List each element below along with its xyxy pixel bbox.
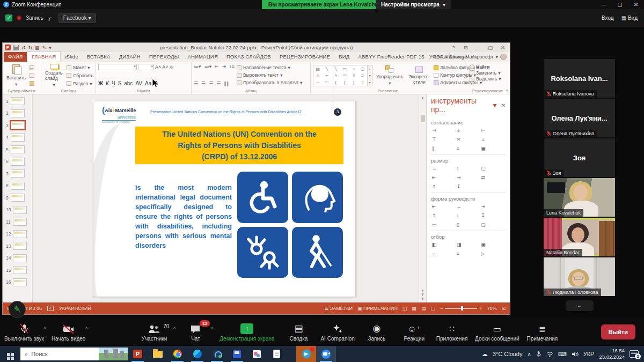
- align-right-button[interactable]: ☰: [209, 81, 213, 86]
- tab-slideshow[interactable]: ПОКАЗ СЛАЙДОВ: [222, 52, 275, 62]
- normal-view-button[interactable]: ◫: [402, 306, 407, 311]
- copy-button[interactable]: [30, 73, 34, 78]
- size-tools[interactable]: ↔↕▢⇤⇥⇄↥↧: [431, 166, 506, 189]
- whiteboards-button[interactable]: ▭ Доски сообщений: [474, 322, 520, 342]
- slide-thumb-8[interactable]: 8: [6, 182, 30, 190]
- taskbar-zoom-active[interactable]: [316, 346, 336, 362]
- align-left-button[interactable]: ☰: [194, 81, 198, 86]
- ppt-restore-button[interactable]: ▢: [485, 45, 496, 50]
- share-screen-button[interactable]: ↑ Демонстрация экрана: [217, 322, 276, 342]
- collapse-participants-button[interactable]: ⌄: [566, 300, 594, 311]
- tab-view[interactable]: ВИД: [334, 52, 354, 62]
- font-style-buttons[interactable]: ЖКЧSabcAVAaA: [98, 80, 189, 86]
- align-center-button[interactable]: ☰: [201, 81, 206, 86]
- next-slide-button[interactable]: ⇟: [421, 297, 425, 301]
- leave-meeting-button[interactable]: Выйти: [601, 324, 635, 339]
- taskbar-communicator-app[interactable]: [207, 346, 227, 362]
- participant-tile-zoya[interactable]: Зоя Зоя: [544, 138, 615, 177]
- taskbar-notepad[interactable]: [267, 346, 287, 362]
- reading-view-button[interactable]: ▤: [421, 306, 426, 311]
- select-tools[interactable]: ◧◨▣┬≡▷: [431, 242, 506, 256]
- collapse-ribbon-button[interactable]: ˄: [506, 88, 508, 93]
- tab-islide[interactable]: iSlide: [61, 52, 82, 62]
- guides-tools[interactable]: ⇤↔⇥↥↕↧▭▯▢: [431, 204, 506, 227]
- annotation-pencil-button[interactable]: ✎: [9, 301, 26, 318]
- taskbar-edge[interactable]: [187, 346, 207, 362]
- tray-mic-icon[interactable]: [536, 351, 541, 358]
- reactions-button[interactable]: ☺⁺ Реакции: [399, 322, 430, 342]
- clear-formatting-button[interactable]: A̷: [170, 64, 173, 70]
- slide-thumb-1[interactable]: 1: [6, 97, 30, 105]
- facebook-stream-button[interactable]: Facebook ▾: [58, 13, 96, 23]
- tab-design[interactable]: ДИЗАЙН: [115, 52, 145, 62]
- taskbar-paint-app[interactable]: [247, 346, 267, 362]
- chat-button[interactable]: 12 Чат˄: [180, 322, 211, 342]
- grow-font-button[interactable]: A˄: [155, 64, 161, 70]
- ai-companion-button[interactable]: AI Companion: [320, 322, 354, 342]
- bullets-button[interactable]: ≔▾: [194, 64, 201, 69]
- apps-button[interactable]: ∷ Приложения: [436, 322, 468, 342]
- notes-button[interactable]: ≣ Примечания: [526, 322, 558, 342]
- zoom-slider[interactable]: −+: [440, 306, 482, 311]
- weather-text[interactable]: 3°C Cloudy: [493, 351, 523, 357]
- replace-button[interactable]: Заменить ▾: [470, 70, 501, 76]
- find-button[interactable]: Найти: [470, 64, 501, 70]
- summary-button[interactable]: ▤ Сводка: [283, 322, 314, 342]
- shrink-font-button[interactable]: A˅: [162, 64, 168, 70]
- quick-styles-button[interactable]: Экспресс-стили: [407, 64, 432, 87]
- layout-button[interactable]: Макет ▾: [67, 65, 93, 70]
- select-button[interactable]: Выделить ▾: [470, 76, 501, 82]
- language-indicator[interactable]: УКР: [583, 351, 595, 357]
- participant-tile-roksolana[interactable]: Roksolana Ivan... Roksolana Ivanova: [544, 59, 615, 98]
- numbering-button[interactable]: ≕▾: [204, 64, 212, 69]
- notes-button[interactable]: ≣ ЗАМЕТКИ: [325, 306, 353, 311]
- tab-abbyy[interactable]: ABBYY FineReader PDF 15: [354, 52, 428, 62]
- justify-button[interactable]: ☰: [216, 81, 221, 86]
- tab-insert[interactable]: ВСТАВКА: [83, 52, 115, 62]
- fit-slide-button[interactable]: ⊡: [501, 306, 506, 311]
- tab-file[interactable]: ФАЙЛ: [4, 52, 27, 62]
- mute-button[interactable]: Выключить звук˄: [4, 322, 44, 342]
- reset-button[interactable]: Сбросить: [67, 73, 93, 78]
- tab-review[interactable]: РЕЦЕНЗИРОВАНИЕ: [275, 52, 334, 62]
- tab-home[interactable]: ГЛАВНАЯ: [27, 51, 61, 62]
- slide-thumb-13[interactable]: 13: [6, 242, 30, 250]
- increase-indent-button[interactable]: ⇥: [222, 64, 226, 69]
- tab-animations[interactable]: АНИМАЦИЯ: [183, 52, 222, 62]
- ribbon-display-button[interactable]: ⊞: [460, 45, 472, 50]
- new-slide-button[interactable]: Создать слайд▾: [43, 64, 64, 87]
- participant-video-lena[interactable]: Lena Kovalchuk: [544, 178, 615, 217]
- columns-button[interactable]: ∥∥: [224, 81, 229, 86]
- align-tools[interactable]: ⊣≑⊢⊤≍⊥∥≡▣: [431, 128, 506, 151]
- start-video-button[interactable]: Начать видео˄: [52, 322, 86, 342]
- participant-video-nataliia-active-speaker[interactable]: Nataliia Bondar: [544, 218, 615, 256]
- slide-thumb-9[interactable]: 9: [6, 194, 30, 202]
- scrollbar-thumb[interactable]: [421, 115, 425, 122]
- view-button[interactable]: ▦ Вид: [621, 15, 638, 21]
- font-name-combo[interactable]: [98, 64, 137, 70]
- participant-video-lyudmyla[interactable]: Людмила Головкова: [544, 257, 615, 296]
- tray-speaker-icon[interactable]: [572, 351, 579, 357]
- line-spacing-button[interactable]: ↕≡: [229, 64, 235, 69]
- smartart-button[interactable]: Преобразовать в SmartArt ▾: [237, 80, 302, 85]
- spellcheck-icon[interactable]: ✓: [47, 306, 54, 311]
- encryption-shield-icon[interactable]: ✓: [5, 14, 12, 21]
- previous-slide-button[interactable]: ⇞: [421, 293, 425, 297]
- slide-thumb-12[interactable]: 12: [6, 230, 30, 238]
- align-text-button[interactable]: Выровнять текст ▾: [237, 72, 302, 78]
- tray-expand-icon[interactable]: ∧: [528, 351, 531, 357]
- section-button[interactable]: Раздел ▾: [67, 81, 93, 86]
- font-size-combo[interactable]: [138, 64, 154, 70]
- slide-thumb-7[interactable]: 7: [6, 169, 30, 178]
- zoom-level[interactable]: 70%: [487, 306, 496, 311]
- slide-sorter-button[interactable]: ▦: [412, 306, 416, 311]
- record-button[interactable]: ◉ Запись: [361, 322, 392, 342]
- slide-thumb-16[interactable]: 16: [6, 278, 30, 286]
- view-settings-button[interactable]: Настройки просмотра▾: [376, 0, 451, 9]
- paste-button[interactable]: Вставить▾: [5, 64, 27, 87]
- help-button[interactable]: ?: [448, 45, 459, 50]
- restore-button[interactable]: ▢: [612, 0, 628, 9]
- tab-transitions[interactable]: ПЕРЕХОДЫ: [145, 52, 183, 62]
- language-indicator[interactable]: УКРАИНСКИЙ: [59, 306, 91, 311]
- taskbar-clock[interactable]: 16:5423.02.2024: [599, 348, 625, 360]
